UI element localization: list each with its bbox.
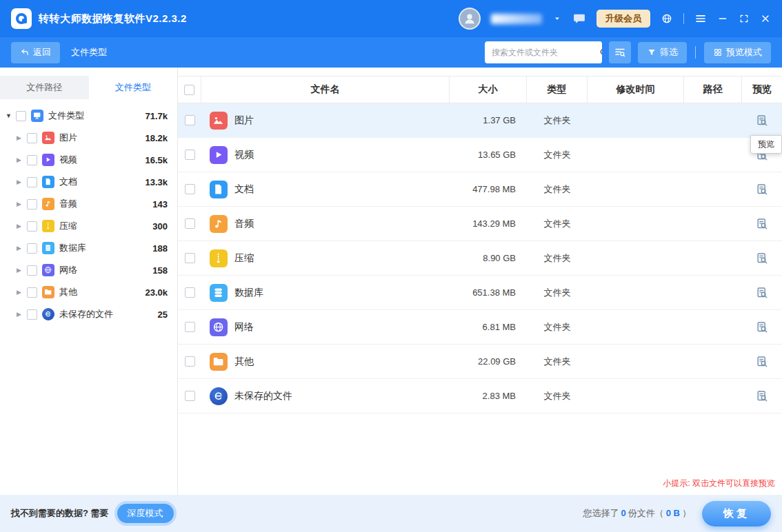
tree-checkbox[interactable] [27,199,37,209]
minimize-icon[interactable] [717,13,728,24]
table-row-images[interactable]: 图片 1.37 GB 文件夹 [178,103,782,138]
titlebar-divider [683,13,684,24]
row-checkbox[interactable] [185,150,195,160]
tree-checkbox[interactable] [27,133,37,143]
tree-checkbox[interactable] [27,155,37,165]
expand-arrow-icon[interactable]: ▶ [17,178,27,185]
tree-item-images[interactable]: ▶ 图片 18.2k [0,127,177,149]
row-checkbox[interactable] [185,218,195,229]
tree-item-root[interactable]: ▼ 文件类型 71.7k [0,105,177,127]
tree-item-audio[interactable]: ▶ 音频 143 [0,193,177,215]
tree-item-count: 23.0k [145,287,168,298]
expand-arrow-icon[interactable]: ▶ [17,289,27,296]
selection-mid: 份文件（ [628,508,664,518]
preview-icon[interactable] [755,320,769,334]
deep-mode-button[interactable]: 深度模式 [117,504,174,523]
sidebar-tabs: 文件路径 文件类型 [0,76,177,99]
expand-arrow-icon[interactable]: ▶ [17,223,27,229]
toolbar-divider [695,46,696,59]
expand-arrow-icon[interactable]: ▶ [17,201,27,207]
tree-item-database[interactable]: ▶ 数据库 188 [0,237,177,259]
collapse-arrow-icon[interactable]: ▼ [6,112,16,119]
expand-arrow-icon[interactable]: ▶ [17,311,27,318]
menu-icon[interactable] [694,12,707,25]
expand-arrow-icon[interactable]: ▶ [17,134,27,141]
search-icon[interactable] [599,41,602,63]
tab-file-type[interactable]: 文件类型 [89,76,178,99]
back-button[interactable]: 返回 [11,42,60,63]
search-input[interactable] [485,48,599,57]
table-row-database[interactable]: 数据库 651.38 MB 文件夹 [178,276,782,310]
file-type: 文件夹 [527,149,588,161]
customer-service-icon[interactable] [572,12,586,25]
preview-icon[interactable] [755,183,769,196]
expand-arrow-icon[interactable]: ▶ [17,245,27,252]
expand-arrow-icon[interactable]: ▶ [17,267,27,274]
tree-checkbox[interactable] [27,287,37,298]
tree-item-videos[interactable]: ▶ 视频 16.5k [0,149,177,171]
file-type: 文件夹 [527,218,588,230]
table-row-other[interactable]: 其他 22.09 GB 文件夹 [178,345,782,379]
tree-item-archives[interactable]: ▶ 压缩 300 [0,215,177,237]
footer-bar: 找不到需要的数据? 需要 深度模式 您选择了0份文件（0 B） 恢复 [0,495,782,532]
file-type-tree: ▼ 文件类型 71.7k ▶ 图片 18.2k ▶ [0,99,177,495]
row-checkbox[interactable] [185,115,195,125]
tree-item-other[interactable]: ▶ 其他 23.0k [0,281,177,303]
row-checkbox[interactable] [185,287,195,298]
tree-checkbox[interactable] [16,111,26,121]
maximize-icon[interactable] [739,13,750,24]
tree-checkbox[interactable] [27,265,37,276]
preview-icon[interactable] [755,355,769,369]
table-row-audio[interactable]: 音频 143.29 MB 文件夹 [178,207,782,241]
close-icon[interactable] [760,13,771,24]
globe-sync-icon[interactable] [661,12,673,25]
preview-icon[interactable] [755,217,769,231]
tree-checkbox[interactable] [27,177,37,187]
video-icon [42,154,54,166]
list-search-button[interactable] [609,41,631,63]
app-logo-icon [11,8,32,29]
user-menu-caret-icon[interactable] [552,14,562,23]
tab-file-path[interactable]: 文件路径 [0,76,89,99]
table-row-unsaved[interactable]: 未保存的文件 2.83 MB 文件夹 [178,379,782,413]
preview-icon[interactable] [755,252,769,265]
tree-item-label: 网络 [59,264,77,276]
file-size: 22.09 GB [450,356,527,367]
file-name: 视频 [234,149,254,161]
tree-item-count: 25 [158,309,168,320]
preview-mode-button[interactable]: 预览模式 [704,42,771,63]
row-checkbox[interactable] [185,184,195,194]
upgrade-member-button[interactable]: 升级会员 [596,10,650,28]
select-all-checkbox[interactable] [184,85,194,95]
tree-item-documents[interactable]: ▶ 文档 13.3k [0,171,177,193]
monitor-icon [31,110,43,122]
recover-button[interactable]: 恢复 [702,501,771,526]
filter-button[interactable]: 筛选 [638,42,687,63]
user-avatar[interactable] [459,8,481,30]
table-row-network[interactable]: 网络 6.81 MB 文件夹 [178,310,782,345]
row-checkbox[interactable] [185,391,195,401]
preview-icon[interactable] [755,389,769,403]
tree-checkbox[interactable] [27,243,37,254]
tree-item-label: 图片 [59,132,77,144]
tree-item-network[interactable]: ▶ 网络 158 [0,259,177,281]
row-checkbox[interactable] [185,253,195,263]
file-type: 文件夹 [527,287,588,299]
network-icon [210,318,228,336]
app-title: 转转大师数据恢复软件V2.2.3.2 [39,12,187,25]
table-row-archives[interactable]: 压缩 8.90 GB 文件夹 [178,241,782,276]
table-row-documents[interactable]: 文档 477.98 MB 文件夹 [178,172,782,207]
table-row-videos[interactable]: 视频 13.65 GB 文件夹 [178,138,782,172]
file-size: 143.29 MB [450,218,527,229]
row-checkbox[interactable] [185,322,195,332]
titlebar: 转转大师数据恢复软件V2.2.3.2 升级会员 [0,0,782,37]
tree-item-unsaved[interactable]: ▶ 未保存的文件 25 [0,303,177,325]
tree-item-count: 300 [152,221,168,232]
tree-item-label: 文件类型 [48,110,84,122]
tree-checkbox[interactable] [27,221,37,232]
tree-checkbox[interactable] [27,309,37,320]
row-checkbox[interactable] [185,356,195,367]
preview-icon[interactable] [755,114,769,127]
preview-icon[interactable] [755,286,769,300]
expand-arrow-icon[interactable]: ▶ [17,156,27,163]
